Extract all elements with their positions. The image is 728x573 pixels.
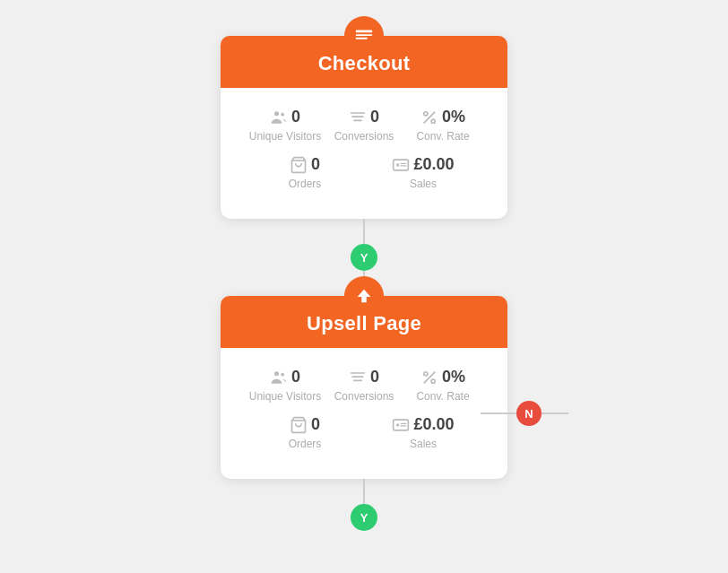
flow-container: Checkout 0 — [0, 18, 728, 531]
checkout-card-wrapper: Checkout 0 — [221, 36, 507, 219]
upsell-orders: 0 Orders — [246, 415, 364, 450]
upsell-unique-visitors: 0 Unique Visitors — [246, 368, 325, 403]
checkout-icon-top — [344, 16, 384, 56]
svg-rect-12 — [394, 160, 409, 170]
upsell-icon-top — [344, 276, 384, 316]
checkout-unique-visitors: 0 Unique Visitors — [246, 108, 325, 143]
svg-point-3 — [274, 111, 279, 116]
no-node: N — [481, 401, 568, 426]
checkout-sales: £0.00 Sales — [364, 155, 482, 190]
svg-point-26 — [396, 423, 399, 426]
connector-2: Y — [351, 479, 377, 531]
upsell-sales: £0.00 Sales — [364, 415, 482, 450]
svg-line-10 — [424, 112, 435, 123]
upsell-stats-row-2: 0 Orders £0.00 — [246, 415, 482, 450]
svg-rect-2 — [356, 38, 368, 39]
svg-point-21 — [424, 371, 428, 375]
checkout-stats-row-1: 0 Unique Visitors 0 — [246, 108, 482, 143]
checkout-card[interactable]: Checkout 0 — [221, 36, 507, 219]
yes-node-2: Y — [351, 504, 377, 531]
svg-rect-25 — [394, 420, 409, 430]
no-circle: N — [516, 401, 542, 426]
checkout-body: 0 Unique Visitors 0 — [221, 88, 507, 219]
upsell-conversions: 0 Conversions — [325, 368, 403, 403]
svg-point-8 — [424, 111, 428, 115]
upsell-stats-row-1: 0 Unique Visitors 0 — [246, 368, 482, 403]
svg-line-23 — [424, 372, 435, 383]
svg-rect-0 — [356, 30, 372, 33]
svg-point-22 — [431, 379, 435, 383]
yes-node-1: Y — [351, 244, 377, 271]
svg-point-13 — [396, 163, 399, 166]
checkout-conversions: 0 Conversions — [325, 108, 403, 143]
svg-point-4 — [281, 112, 284, 116]
upsell-body: 0 Unique Visitors 0 — [221, 348, 507, 479]
upsell-card[interactable]: Upsell Page 0 — [221, 296, 507, 479]
upsell-card-wrapper: Upsell Page 0 — [221, 296, 507, 479]
upsell-conv-rate: 0% Conv. Rate — [403, 368, 482, 403]
checkout-orders: 0 Orders — [246, 155, 364, 190]
svg-point-9 — [431, 119, 435, 123]
checkout-conv-rate: 0% Conv. Rate — [403, 108, 482, 143]
svg-rect-1 — [356, 34, 372, 36]
svg-point-16 — [274, 371, 279, 376]
svg-point-17 — [281, 372, 284, 376]
checkout-stats-row-2: 0 Orders £0.0 — [246, 155, 482, 190]
